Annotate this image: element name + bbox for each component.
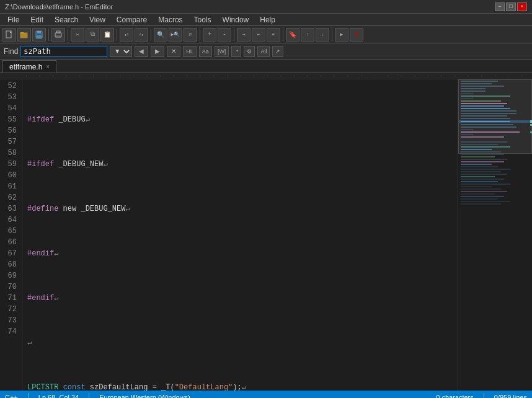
- svg-rect-42: [461, 161, 504, 162]
- search-input[interactable]: [20, 46, 107, 57]
- find-close-button[interactable]: ✕: [167, 46, 180, 57]
- menu-macros[interactable]: Macros: [153, 14, 187, 25]
- code-line-55: #endif↵: [27, 248, 458, 259]
- svg-rect-48: [461, 176, 495, 177]
- editor-area: 52 53 54 55 56 57 58 59 60 61 62 63 64 6…: [0, 79, 532, 391]
- next-bookmark-button[interactable]: ↓: [316, 28, 329, 42]
- tab-close-icon[interactable]: ×: [46, 63, 50, 70]
- ruler: · · · · · · · · · · · · · · · · · · · · …: [0, 73, 532, 79]
- find-options[interactable]: ⚙: [244, 46, 255, 57]
- find-regex[interactable]: .*: [231, 46, 241, 57]
- status-encoding[interactable]: European Western (Windows): [99, 394, 190, 398]
- status-lines: 0/959 lines: [494, 394, 527, 398]
- code-line-56: #endif↵: [27, 293, 458, 304]
- menu-window[interactable]: Window: [218, 14, 254, 25]
- zoom-in-button[interactable]: +: [203, 28, 216, 42]
- menu-bar: File Edit Search View Compare Macros Too…: [0, 14, 532, 26]
- find-whole-word[interactable]: [W]: [215, 46, 229, 57]
- toolbar-sep-2: [68, 29, 68, 41]
- toolbar-sep-7: [283, 29, 283, 41]
- svg-rect-54: [461, 191, 507, 192]
- print-button[interactable]: [51, 28, 65, 42]
- minimap-viewport[interactable]: [458, 79, 532, 154]
- open-button[interactable]: [17, 28, 31, 42]
- find-select-all[interactable]: All: [257, 46, 270, 57]
- svg-rect-41: [461, 159, 507, 160]
- close-button[interactable]: ×: [517, 2, 527, 11]
- svg-rect-43: [461, 164, 492, 165]
- menu-search[interactable]: Search: [50, 14, 83, 25]
- toolbar-sep-6: [234, 29, 234, 41]
- find-prev-button[interactable]: ◀: [135, 46, 148, 57]
- redo-button[interactable]: ↪: [135, 28, 148, 42]
- svg-rect-39: [461, 154, 504, 155]
- svg-rect-49: [461, 179, 504, 180]
- svg-rect-50: [461, 181, 498, 182]
- paste-button[interactable]: 📋: [100, 28, 114, 42]
- svg-rect-56: [461, 196, 504, 197]
- bookmark-button[interactable]: 🔖: [286, 28, 299, 42]
- toolbar-sep-4: [151, 29, 151, 41]
- svg-rect-47: [461, 174, 507, 175]
- svg-rect-57: [461, 198, 498, 200]
- code-editor[interactable]: #ifdef _DEBUG↵ #ifdef _DEBUG_NEW↵ #defin…: [22, 79, 458, 391]
- code-line-54: #define new _DEBUG_NEW↵: [27, 203, 458, 214]
- window-title: Z:\Downloads\etlframe.h - EmEditor: [5, 3, 113, 11]
- menu-edit[interactable]: Edit: [25, 14, 48, 25]
- line-numbers: 52 53 54 55 56 57 58 59 60 61 62 63 64 6…: [0, 79, 22, 391]
- macro-record-button[interactable]: ●: [350, 28, 363, 42]
- svg-rect-58: [461, 201, 510, 202]
- menu-compare[interactable]: Compare: [112, 14, 152, 25]
- code-line-52: #ifdef _DEBUG↵: [27, 114, 458, 125]
- zoom-out-button[interactable]: -: [218, 28, 231, 42]
- svg-rect-8: [56, 35, 61, 37]
- toolbar-sep-1: [48, 29, 49, 41]
- svg-rect-5: [37, 35, 42, 38]
- tab-etlframe[interactable]: etlframe.h ×: [2, 60, 56, 73]
- status-sep-3: [484, 393, 484, 398]
- tab-bar: etlframe.h ×: [0, 60, 532, 73]
- undo-button[interactable]: ↩: [120, 28, 133, 42]
- menu-help[interactable]: Help: [255, 14, 280, 25]
- menu-file[interactable]: File: [2, 14, 24, 25]
- status-bar: C++ Ln 68, Col 34 European Western (Wind…: [0, 391, 532, 398]
- menu-tools[interactable]: Tools: [189, 14, 216, 25]
- status-sep-1: [28, 393, 29, 398]
- svg-rect-59: [461, 203, 501, 205]
- macro-button[interactable]: ▶: [335, 28, 348, 42]
- menu-view[interactable]: View: [84, 14, 110, 25]
- svg-rect-45: [461, 169, 510, 170]
- code-line-53: #ifdef _DEBUG_NEW↵: [27, 159, 458, 170]
- status-language[interactable]: C++: [5, 394, 18, 398]
- status-position[interactable]: Ln 68, Col 34: [38, 394, 79, 398]
- minimize-button[interactable]: −: [495, 2, 505, 11]
- format-button[interactable]: ≡: [267, 28, 280, 42]
- find-highlight-button[interactable]: HL: [183, 46, 197, 57]
- replace-button[interactable]: ⇄: [184, 28, 197, 42]
- find-match-case[interactable]: Aa: [199, 46, 212, 57]
- cut-button[interactable]: ✂: [71, 28, 84, 42]
- indent-button[interactable]: ⇥: [237, 28, 250, 42]
- find-next-button[interactable]: ▶🔍: [169, 28, 182, 42]
- new-button[interactable]: [2, 28, 16, 42]
- maximize-button[interactable]: □: [506, 2, 516, 11]
- find-button[interactable]: 🔍: [154, 28, 167, 42]
- svg-rect-4: [37, 31, 41, 33]
- copy-button[interactable]: ⧉: [86, 28, 99, 42]
- svg-rect-2: [20, 32, 24, 33]
- code-line-57: ↵: [27, 337, 458, 348]
- find-extract-button[interactable]: ↗: [272, 46, 283, 57]
- save-button[interactable]: [32, 28, 46, 42]
- svg-rect-40: [461, 156, 495, 157]
- find-dropdown[interactable]: ▼: [110, 46, 132, 57]
- code-panel[interactable]: 52 53 54 55 56 57 58 59 60 61 62 63 64 6…: [0, 79, 458, 391]
- svg-rect-53: [461, 188, 501, 190]
- code-line-58: LPCTSTR const szDefaultLang = _T("Defaul…: [27, 382, 458, 391]
- outdent-button[interactable]: ⇤: [252, 28, 265, 42]
- minimap[interactable]: [458, 79, 532, 391]
- window-controls[interactable]: − □ ×: [495, 2, 527, 11]
- find-next-btn[interactable]: ▶: [151, 46, 164, 57]
- find-bar: Find ▼ ◀ ▶ ✕ HL Aa [W] .* ⚙ All ↗: [0, 43, 532, 60]
- find-label: Find: [4, 47, 18, 56]
- prev-bookmark-button[interactable]: ↑: [301, 28, 314, 42]
